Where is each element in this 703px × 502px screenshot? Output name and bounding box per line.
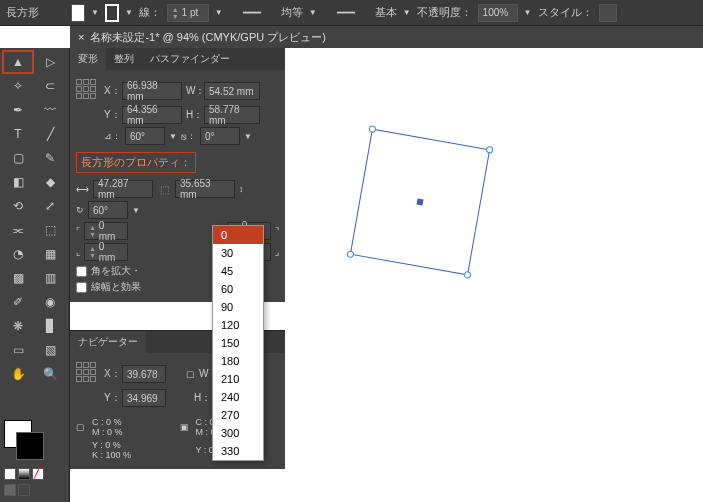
tab-navigator[interactable]: ナビゲーター <box>70 331 146 353</box>
tab-align[interactable]: 整列 <box>106 48 142 70</box>
slice-tool[interactable]: ▧ <box>34 338 66 362</box>
dropdown-option[interactable]: 180 <box>213 352 263 370</box>
rotate-tool[interactable]: ⟲ <box>2 194 34 218</box>
rectangle-shape[interactable] <box>350 129 490 276</box>
corner-bl-input[interactable]: ▲▼ 0 mm <box>84 243 128 261</box>
document-tab[interactable]: × 名称未設定-1* @ 94% (CMYK/GPU プレビュー) <box>70 26 703 48</box>
eyedropper-tool[interactable]: ✐ <box>2 290 34 314</box>
screen-mode[interactable] <box>4 484 16 496</box>
graph-tool[interactable]: ▊ <box>34 314 66 338</box>
angle-input[interactable]: 60° <box>125 127 165 145</box>
close-icon[interactable]: × <box>78 31 84 43</box>
profile-label: 基本 <box>375 5 397 20</box>
tab-pathfinder[interactable]: パスファインダー <box>142 48 238 70</box>
handle-tr[interactable] <box>486 146 494 154</box>
curvature-tool[interactable]: 〰 <box>34 98 66 122</box>
dropdown-option[interactable]: 300 <box>213 424 263 442</box>
nav-y-input[interactable]: 34.969 <box>122 389 166 407</box>
shear-input[interactable]: 0° <box>200 127 240 145</box>
rectangle-tool[interactable]: ▢ <box>2 146 34 170</box>
chevron-down-icon[interactable]: ▼ <box>309 8 317 17</box>
stroke-weight-input[interactable]: ▲▼ 1 pt <box>167 4 209 22</box>
type-tool[interactable]: T <box>2 122 34 146</box>
dropdown-option[interactable]: 60 <box>213 280 263 298</box>
y-input[interactable]: 64.356 mm <box>122 106 182 124</box>
dropdown-option[interactable]: 120 <box>213 316 263 334</box>
center-point[interactable] <box>417 199 424 206</box>
dash-preview[interactable]: ━━━ <box>229 4 275 22</box>
w-input[interactable]: 54.52 mm <box>204 82 260 100</box>
color-mode[interactable] <box>4 468 16 480</box>
chevron-down-icon[interactable]: ▼ <box>169 132 177 141</box>
handle-br[interactable] <box>464 271 472 279</box>
nav-x-input[interactable]: 39.678 <box>122 365 166 383</box>
screen-mode-2[interactable] <box>18 484 30 496</box>
profile-preview[interactable]: ━━━ <box>323 4 369 22</box>
style-swatch[interactable] <box>599 4 617 22</box>
perspective-tool[interactable]: ▦ <box>34 242 66 266</box>
direct-selection-tool[interactable]: ▷ <box>34 50 66 74</box>
stroke-color[interactable] <box>16 432 44 460</box>
corner-tl-input[interactable]: ▲▼ 0 mm <box>84 222 128 240</box>
reference-point[interactable] <box>76 362 100 386</box>
dropdown-option[interactable]: 150 <box>213 334 263 352</box>
scale-tool[interactable]: ⤢ <box>34 194 66 218</box>
magic-wand-tool[interactable]: ✧ <box>2 74 34 98</box>
selection-tool[interactable]: ▲ <box>2 50 34 74</box>
stroke-swatch[interactable] <box>105 4 119 22</box>
lasso-tool[interactable]: ⊂ <box>34 74 66 98</box>
fill-swatch[interactable] <box>71 4 85 22</box>
line-tool[interactable]: ╱ <box>34 122 66 146</box>
reference-point[interactable] <box>76 79 100 103</box>
chevron-down-icon[interactable]: ▼ <box>132 206 140 215</box>
dropdown-option[interactable]: 240 <box>213 388 263 406</box>
dropdown-option[interactable]: 210 <box>213 370 263 388</box>
dropdown-option[interactable]: 0 <box>213 226 263 244</box>
nav-y2: Y : 0 % <box>92 440 176 450</box>
handle-tl[interactable] <box>368 125 376 133</box>
dropdown-option[interactable]: 30 <box>213 244 263 262</box>
dropdown-option[interactable]: 90 <box>213 298 263 316</box>
eraser-tool[interactable]: ◆ <box>34 170 66 194</box>
rect-height-input[interactable]: 35.653 mm <box>175 180 235 198</box>
chevron-down-icon[interactable]: ▼ <box>215 8 223 17</box>
x-input[interactable]: 66.938 mm <box>122 82 182 100</box>
canvas[interactable] <box>285 48 703 502</box>
chevron-down-icon[interactable]: ▼ <box>91 8 99 17</box>
chevron-down-icon[interactable]: ▼ <box>403 8 411 17</box>
w-label: W： <box>186 84 200 98</box>
paintbrush-tool[interactable]: ✎ <box>34 146 66 170</box>
h-input[interactable]: 58.778 mm <box>204 106 260 124</box>
opacity-input[interactable]: 100% <box>478 4 518 22</box>
tab-transform[interactable]: 変形 <box>70 48 106 70</box>
free-transform-tool[interactable]: ⬚ <box>34 218 66 242</box>
none-mode[interactable]: ╱ <box>32 468 44 480</box>
rect-angle-input[interactable]: 60° <box>88 201 128 219</box>
nav-k: K : 100 % <box>92 450 176 460</box>
mesh-tool[interactable]: ▩ <box>2 266 34 290</box>
dropdown-option[interactable]: 330 <box>213 442 263 460</box>
dropdown-option[interactable]: 270 <box>213 406 263 424</box>
pen-tool[interactable]: ✒ <box>2 98 34 122</box>
y-label: Y： <box>104 108 118 122</box>
zoom-tool[interactable]: 🔍 <box>34 362 66 386</box>
angle-icon: ⊿： <box>104 130 121 143</box>
handle-bl[interactable] <box>346 250 354 258</box>
rect-width-input[interactable]: 47.287 mm <box>93 180 153 198</box>
hand-tool[interactable]: ✋ <box>2 362 34 386</box>
chevron-down-icon[interactable]: ▼ <box>524 8 532 17</box>
chevron-down-icon[interactable]: ▼ <box>244 132 252 141</box>
chevron-down-icon[interactable]: ▼ <box>125 8 133 17</box>
nav-m: M : 0 % <box>92 427 176 437</box>
gradient-tool[interactable]: ▥ <box>34 266 66 290</box>
dropdown-option[interactable]: 45 <box>213 262 263 280</box>
gradient-mode[interactable] <box>18 468 30 480</box>
link-icon[interactable]: ⬚ <box>157 180 171 198</box>
width-tool[interactable]: ⫘ <box>2 218 34 242</box>
shaper-tool[interactable]: ◧ <box>2 170 34 194</box>
shape-builder-tool[interactable]: ◔ <box>2 242 34 266</box>
artboard-tool[interactable]: ▭ <box>2 338 34 362</box>
symbol-sprayer-tool[interactable]: ❋ <box>2 314 34 338</box>
blend-tool[interactable]: ◉ <box>34 290 66 314</box>
angle-dropdown[interactable]: 030456090120150180210240270300330 <box>212 225 264 461</box>
